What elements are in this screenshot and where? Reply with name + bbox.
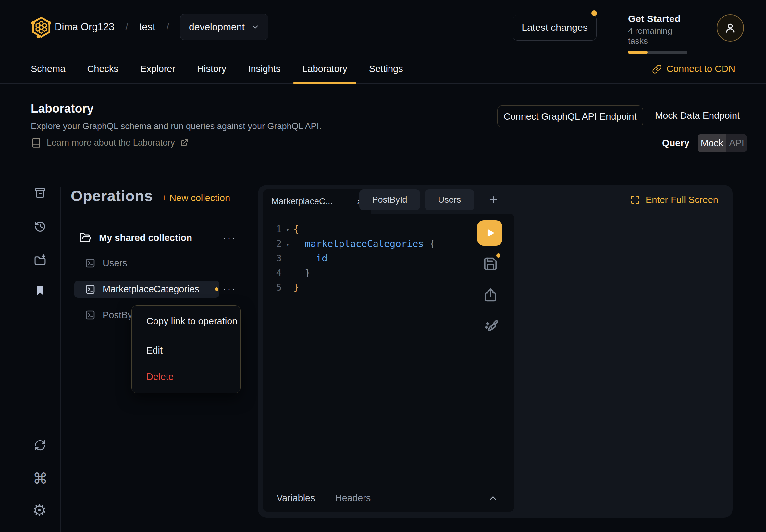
new-folder-icon[interactable] — [34, 254, 46, 266]
code-token: } — [293, 267, 310, 278]
history-icon[interactable] — [34, 221, 46, 233]
breadcrumb-separator: / — [125, 21, 128, 32]
share-operation-icon[interactable] — [483, 288, 498, 303]
add-tab-button[interactable]: + — [483, 189, 504, 210]
connect-to-cdn-link[interactable]: Connect to CDN — [652, 54, 735, 83]
headers-tab[interactable]: Headers — [335, 493, 371, 503]
operation-postbyid[interactable]: PostById — [74, 306, 140, 324]
target-selector-value: development — [189, 21, 245, 32]
operation-label: MarketplaceCategories — [103, 284, 199, 295]
operations-header: Operations + New collection — [71, 187, 230, 205]
line-number: 2 — [263, 238, 282, 249]
mode-mock-button[interactable]: Mock — [698, 134, 726, 152]
fold-arrow-icon[interactable]: ▾ — [282, 240, 293, 248]
tab-checks[interactable]: Checks — [87, 54, 118, 83]
query-mode-toggle: Mock API — [698, 134, 747, 152]
line-number: 5 — [263, 282, 282, 293]
editor-tab-postbyid[interactable]: PostById — [359, 189, 420, 210]
tab-settings[interactable]: Settings — [369, 54, 403, 83]
learn-more-label: Learn more about the Laboratory — [47, 138, 175, 148]
tab-explorer[interactable]: Explorer — [140, 54, 175, 83]
tab-history[interactable]: History — [197, 54, 226, 83]
laboratory-page: { "header": { "org_name": "Dima Org123",… — [0, 0, 766, 532]
folder-open-icon — [79, 232, 91, 244]
get-started-progressbar — [628, 51, 687, 54]
collections-archive-icon[interactable] — [34, 187, 46, 199]
code-line: 1 ▾ { — [263, 222, 472, 236]
response-panel — [514, 214, 733, 512]
operations-heading: Operations — [71, 187, 153, 205]
breadcrumb-project[interactable]: test — [139, 21, 155, 33]
save-operation-icon[interactable] — [483, 256, 498, 271]
notification-dot — [591, 10, 597, 16]
terminal-icon — [85, 258, 95, 268]
run-query-button[interactable] — [477, 220, 503, 246]
code-line: 5 } — [263, 280, 472, 295]
breadcrumb-separator: / — [166, 21, 169, 32]
connect-endpoint-button[interactable]: Connect GraphQL API Endpoint — [497, 105, 643, 127]
person-icon — [724, 21, 737, 34]
operation-menu-trigger[interactable]: ··· — [223, 284, 236, 294]
operation-marketplacecategories-selected[interactable]: MarketplaceCategories — [74, 281, 219, 298]
code-token: { — [424, 238, 435, 249]
terminal-icon — [85, 284, 95, 295]
menu-item-delete[interactable]: Delete — [132, 364, 240, 390]
bookmark-icon[interactable] — [34, 284, 46, 296]
editor-tab-marketplacecategories[interactable]: MarketplaceC... × — [263, 189, 371, 214]
mode-api-button[interactable]: API — [726, 134, 747, 152]
variables-headers-bar: Variables Headers — [263, 484, 514, 512]
fold-arrow-icon[interactable]: ▾ — [282, 225, 293, 233]
mock-data-endpoint-label[interactable]: Mock Data Endpoint — [655, 110, 740, 121]
operation-label: Users — [103, 258, 127, 269]
query-mode-row: Query Mock API — [662, 134, 747, 152]
external-link-icon — [180, 139, 188, 147]
code-token — [293, 253, 316, 264]
main-nav: Schema Checks Explorer History Insights … — [0, 54, 766, 84]
page-subtitle: Explore your GraphQL schema and run quer… — [31, 121, 321, 131]
new-collection-button[interactable]: + New collection — [161, 193, 230, 203]
get-started-subtitle: 4 remaining tasks — [628, 26, 693, 46]
target-selector[interactable]: development — [180, 14, 268, 40]
code-area[interactable]: 1 ▾ { 2 ▾ marketplaceCategories { 3 id 4… — [263, 222, 472, 295]
fold-spacer — [282, 258, 293, 259]
hive-logo[interactable] — [30, 16, 53, 39]
editor-tab-users[interactable]: Users — [425, 189, 474, 210]
prettify-brush-icon[interactable] — [483, 319, 499, 335]
learn-more-link[interactable]: Learn more about the Laboratory — [31, 138, 188, 148]
laboratory-workspace-card: MarketplaceC... × PostById Users + Enter… — [258, 185, 733, 518]
breadcrumb: Dima Org123 / test / development — [55, 14, 268, 40]
query-editor[interactable]: 1 ▾ { 2 ▾ marketplaceCategories { 3 id 4… — [263, 214, 514, 512]
code-line: 2 ▾ marketplaceCategories { — [263, 236, 472, 251]
keyboard-shortcuts-icon[interactable]: ⌘ — [33, 471, 48, 486]
collection-name: My shared collection — [99, 233, 192, 243]
chevron-up-icon[interactable] — [488, 493, 498, 503]
chevron-down-icon — [251, 23, 260, 31]
page-title: Laboratory — [31, 102, 93, 115]
breadcrumb-org[interactable]: Dima Org123 — [55, 21, 114, 33]
refetch-schema-icon[interactable] — [34, 439, 46, 451]
collection-my-shared[interactable]: My shared collection — [74, 229, 229, 247]
line-number: 4 — [263, 267, 282, 278]
fold-spacer — [282, 287, 293, 288]
code-token: { — [293, 224, 299, 235]
enter-fullscreen-button[interactable]: Enter Full Screen — [630, 189, 718, 210]
book-icon — [31, 138, 41, 148]
code-line: 4 } — [263, 265, 472, 280]
settings-gear-icon[interactable]: ⚙ — [32, 502, 47, 518]
variables-tab[interactable]: Variables — [276, 493, 315, 503]
collection-menu-trigger[interactable]: ··· — [223, 233, 236, 243]
query-label: Query — [662, 138, 689, 149]
menu-item-edit[interactable]: Edit — [132, 337, 240, 364]
link-icon — [652, 64, 662, 74]
tab-insights[interactable]: Insights — [248, 54, 280, 83]
latest-changes-button[interactable]: Latest changes — [513, 15, 597, 41]
enter-fullscreen-label: Enter Full Screen — [646, 195, 718, 205]
user-avatar[interactable] — [717, 14, 744, 42]
unsaved-dot — [496, 253, 501, 258]
get-started-widget[interactable]: Get Started 4 remaining tasks — [628, 13, 693, 54]
operation-users[interactable]: Users — [74, 254, 127, 272]
menu-item-copy-link[interactable]: Copy link to operation — [132, 306, 240, 337]
tab-schema[interactable]: Schema — [31, 54, 65, 83]
tab-laboratory[interactable]: Laboratory — [302, 54, 347, 83]
fold-spacer — [282, 272, 293, 273]
